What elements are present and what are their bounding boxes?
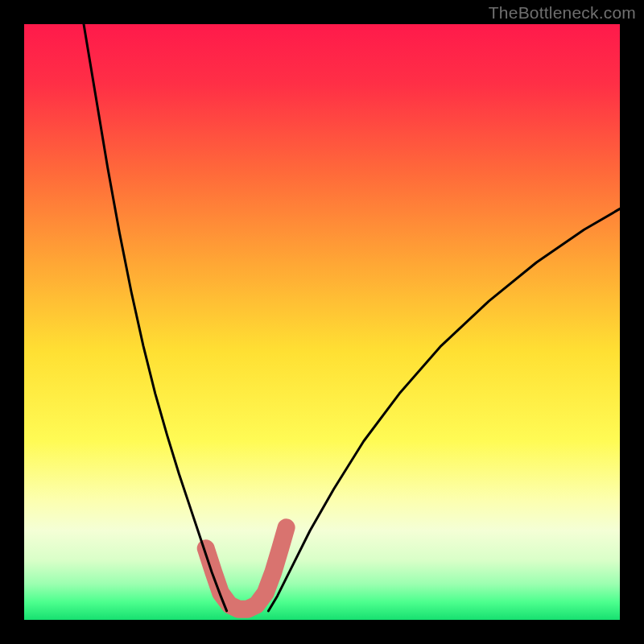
watermark-text: TheBottleneck.com [489, 3, 636, 23]
plot-area [24, 24, 620, 620]
left-curve [84, 24, 227, 611]
right-curve [268, 208, 620, 611]
valley-marker [206, 527, 287, 609]
curves-layer [24, 24, 620, 620]
chart-frame: TheBottleneck.com [0, 0, 644, 644]
